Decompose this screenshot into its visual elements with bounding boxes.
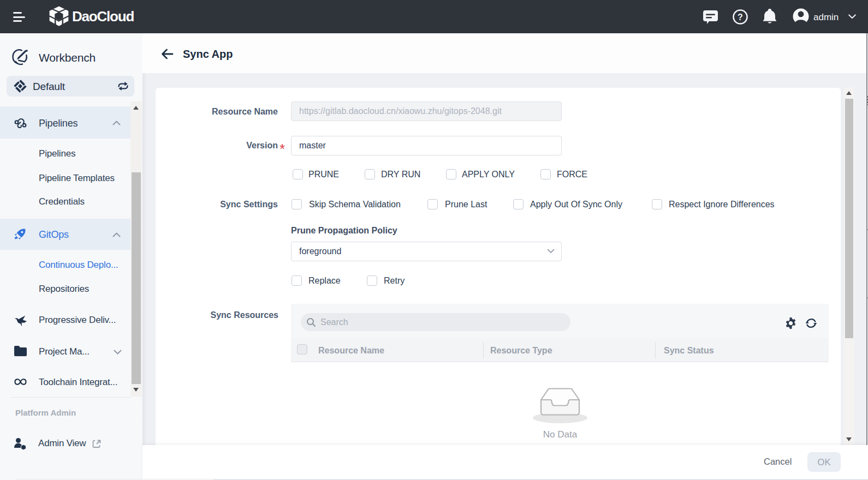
- svg-text:?: ?: [738, 13, 743, 22]
